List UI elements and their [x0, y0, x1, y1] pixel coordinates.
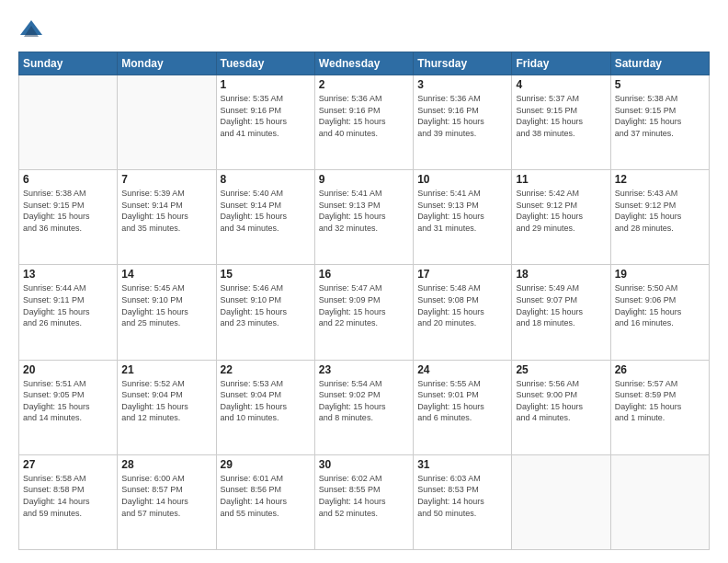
day-info: Sunrise: 5:48 AM Sunset: 9:08 PM Dayligh…: [417, 282, 507, 328]
day-info: Sunrise: 5:49 AM Sunset: 9:07 PM Dayligh…: [516, 282, 606, 328]
day-number: 11: [516, 173, 606, 186]
top-section: [18, 17, 710, 42]
day-info: Sunrise: 6:02 AM Sunset: 8:55 PM Dayligh…: [319, 473, 409, 519]
day-info: Sunrise: 5:40 AM Sunset: 9:14 PM Dayligh…: [221, 188, 311, 234]
calendar-cell: 1Sunrise: 5:35 AM Sunset: 9:16 PM Daylig…: [216, 75, 314, 170]
day-info: Sunrise: 5:55 AM Sunset: 9:01 PM Dayligh…: [417, 378, 507, 424]
calendar-body: 1Sunrise: 5:35 AM Sunset: 9:16 PM Daylig…: [19, 75, 710, 550]
calendar-week-2: 6Sunrise: 5:38 AM Sunset: 9:15 PM Daylig…: [19, 170, 710, 265]
day-number: 16: [319, 268, 409, 281]
day-number: 10: [417, 173, 507, 186]
calendar-cell: 31Sunrise: 6:03 AM Sunset: 8:53 PM Dayli…: [414, 454, 512, 549]
day-number: 8: [221, 173, 311, 186]
calendar-cell: 17Sunrise: 5:48 AM Sunset: 9:08 PM Dayli…: [414, 265, 512, 360]
calendar-week-4: 20Sunrise: 5:51 AM Sunset: 9:05 PM Dayli…: [19, 360, 710, 454]
day-number: 31: [417, 458, 507, 471]
calendar-cell: 3Sunrise: 5:36 AM Sunset: 9:16 PM Daylig…: [414, 75, 512, 170]
day-info: Sunrise: 5:41 AM Sunset: 9:13 PM Dayligh…: [417, 188, 507, 234]
day-number: 19: [615, 268, 705, 281]
day-info: Sunrise: 5:46 AM Sunset: 9:10 PM Dayligh…: [221, 282, 311, 328]
day-info: Sunrise: 5:37 AM Sunset: 9:15 PM Dayligh…: [516, 93, 606, 139]
weekday-header-thursday: Thursday: [414, 52, 512, 75]
day-number: 1: [221, 78, 311, 91]
day-info: Sunrise: 5:52 AM Sunset: 9:04 PM Dayligh…: [121, 378, 211, 424]
calendar-cell: 15Sunrise: 5:46 AM Sunset: 9:10 PM Dayli…: [216, 265, 314, 360]
calendar-cell: 11Sunrise: 5:42 AM Sunset: 9:12 PM Dayli…: [512, 170, 610, 265]
calendar-cell: 26Sunrise: 5:57 AM Sunset: 8:59 PM Dayli…: [610, 360, 709, 454]
day-number: 29: [221, 458, 311, 471]
day-number: 25: [516, 363, 606, 376]
day-info: Sunrise: 5:38 AM Sunset: 9:15 PM Dayligh…: [615, 93, 705, 139]
calendar-cell: 23Sunrise: 5:54 AM Sunset: 9:02 PM Dayli…: [314, 360, 413, 454]
calendar-cell: 20Sunrise: 5:51 AM Sunset: 9:05 PM Dayli…: [19, 360, 118, 454]
day-number: 21: [121, 363, 211, 376]
calendar-cell: 27Sunrise: 5:58 AM Sunset: 8:58 PM Dayli…: [19, 454, 118, 549]
calendar-cell: 25Sunrise: 5:56 AM Sunset: 9:00 PM Dayli…: [512, 360, 610, 454]
day-number: 4: [516, 78, 606, 91]
day-info: Sunrise: 5:50 AM Sunset: 9:06 PM Dayligh…: [615, 282, 705, 328]
day-number: 6: [23, 173, 113, 186]
calendar-cell: 19Sunrise: 5:50 AM Sunset: 9:06 PM Dayli…: [610, 265, 709, 360]
day-info: Sunrise: 5:53 AM Sunset: 9:04 PM Dayligh…: [221, 378, 311, 424]
day-info: Sunrise: 5:44 AM Sunset: 9:11 PM Dayligh…: [23, 282, 113, 328]
day-info: Sunrise: 5:36 AM Sunset: 9:16 PM Dayligh…: [417, 93, 507, 139]
calendar-cell: 2Sunrise: 5:36 AM Sunset: 9:16 PM Daylig…: [314, 75, 413, 170]
day-number: 30: [319, 458, 409, 471]
day-info: Sunrise: 5:47 AM Sunset: 9:09 PM Dayligh…: [319, 282, 409, 328]
calendar-week-1: 1Sunrise: 5:35 AM Sunset: 9:16 PM Daylig…: [19, 75, 710, 170]
day-number: 3: [417, 78, 507, 91]
day-info: Sunrise: 5:58 AM Sunset: 8:58 PM Dayligh…: [23, 473, 113, 519]
calendar-cell: 8Sunrise: 5:40 AM Sunset: 9:14 PM Daylig…: [216, 170, 314, 265]
calendar-cell: [610, 454, 709, 549]
day-info: Sunrise: 5:51 AM Sunset: 9:05 PM Dayligh…: [23, 378, 113, 424]
day-number: 14: [121, 268, 211, 281]
day-number: 27: [23, 458, 113, 471]
day-number: 13: [23, 268, 113, 281]
calendar-cell: [19, 75, 118, 170]
day-info: Sunrise: 5:57 AM Sunset: 8:59 PM Dayligh…: [615, 378, 705, 424]
day-number: 28: [121, 458, 211, 471]
weekday-header-saturday: Saturday: [610, 52, 709, 75]
calendar-cell: 24Sunrise: 5:55 AM Sunset: 9:01 PM Dayli…: [414, 360, 512, 454]
logo-icon: [18, 17, 44, 42]
calendar-cell: 30Sunrise: 6:02 AM Sunset: 8:55 PM Dayli…: [314, 454, 413, 549]
calendar-cell: 9Sunrise: 5:41 AM Sunset: 9:13 PM Daylig…: [314, 170, 413, 265]
calendar-cell: 29Sunrise: 6:01 AM Sunset: 8:56 PM Dayli…: [216, 454, 314, 549]
weekday-header-tuesday: Tuesday: [216, 52, 314, 75]
calendar-week-3: 13Sunrise: 5:44 AM Sunset: 9:11 PM Dayli…: [19, 265, 710, 360]
day-info: Sunrise: 5:38 AM Sunset: 9:15 PM Dayligh…: [23, 188, 113, 234]
day-number: 23: [319, 363, 409, 376]
day-info: Sunrise: 5:54 AM Sunset: 9:02 PM Dayligh…: [319, 378, 409, 424]
calendar-cell: 28Sunrise: 6:00 AM Sunset: 8:57 PM Dayli…: [118, 454, 216, 549]
day-number: 22: [221, 363, 311, 376]
day-number: 17: [417, 268, 507, 281]
day-info: Sunrise: 5:39 AM Sunset: 9:14 PM Dayligh…: [121, 188, 211, 234]
calendar-cell: 4Sunrise: 5:37 AM Sunset: 9:15 PM Daylig…: [512, 75, 610, 170]
day-number: 5: [615, 78, 705, 91]
day-number: 20: [23, 363, 113, 376]
logo: [18, 17, 48, 42]
calendar-table: SundayMondayTuesdayWednesdayThursdayFrid…: [18, 52, 710, 550]
calendar-cell: 7Sunrise: 5:39 AM Sunset: 9:14 PM Daylig…: [118, 170, 216, 265]
weekday-header-friday: Friday: [512, 52, 610, 75]
day-number: 18: [516, 268, 606, 281]
calendar-week-5: 27Sunrise: 5:58 AM Sunset: 8:58 PM Dayli…: [19, 454, 710, 549]
calendar-header-row: SundayMondayTuesdayWednesdayThursdayFrid…: [19, 52, 710, 75]
calendar-cell: 18Sunrise: 5:49 AM Sunset: 9:07 PM Dayli…: [512, 265, 610, 360]
day-info: Sunrise: 5:41 AM Sunset: 9:13 PM Dayligh…: [319, 188, 409, 234]
calendar-cell: 12Sunrise: 5:43 AM Sunset: 9:12 PM Dayli…: [610, 170, 709, 265]
day-info: Sunrise: 5:35 AM Sunset: 9:16 PM Dayligh…: [221, 93, 311, 139]
calendar-cell: 13Sunrise: 5:44 AM Sunset: 9:11 PM Dayli…: [19, 265, 118, 360]
page: SundayMondayTuesdayWednesdayThursdayFrid…: [0, 0, 728, 563]
calendar-cell: 5Sunrise: 5:38 AM Sunset: 9:15 PM Daylig…: [610, 75, 709, 170]
day-number: 2: [319, 78, 409, 91]
day-number: 24: [417, 363, 507, 376]
day-info: Sunrise: 5:45 AM Sunset: 9:10 PM Dayligh…: [121, 282, 211, 328]
weekday-header-sunday: Sunday: [19, 52, 118, 75]
day-number: 7: [121, 173, 211, 186]
calendar-cell: 22Sunrise: 5:53 AM Sunset: 9:04 PM Dayli…: [216, 360, 314, 454]
weekday-header-wednesday: Wednesday: [314, 52, 413, 75]
calendar-cell: [118, 75, 216, 170]
calendar-cell: 14Sunrise: 5:45 AM Sunset: 9:10 PM Dayli…: [118, 265, 216, 360]
calendar-cell: 6Sunrise: 5:38 AM Sunset: 9:15 PM Daylig…: [19, 170, 118, 265]
